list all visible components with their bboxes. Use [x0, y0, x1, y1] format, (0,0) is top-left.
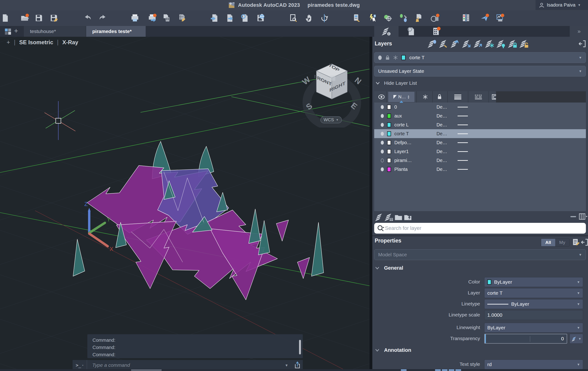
quick-select-icon[interactable] — [368, 14, 376, 22]
layer-on-icon[interactable] — [381, 158, 384, 163]
search-layer-input[interactable] — [385, 225, 583, 231]
customize-properties-icon[interactable] — [572, 238, 580, 247]
layer-row[interactable]: corte TDe… — [374, 129, 586, 138]
layer-unisolate-button[interactable] — [473, 39, 483, 49]
purge-icon[interactable] — [414, 14, 423, 22]
layer-on-icon[interactable] — [381, 167, 384, 171]
layer-row[interactable]: PlantaDe… — [374, 165, 586, 174]
plot-style-icon[interactable] — [178, 14, 186, 22]
model-viewport[interactable]: Z Y X + | SE Isometric | X-Ray W N S E T — [0, 37, 369, 371]
layers-icon[interactable]: i — [382, 27, 391, 36]
layer-isolate-button[interactable] — [462, 39, 471, 49]
document-tab[interactable]: piramedes teste* — [86, 26, 146, 37]
drawing-object[interactable] — [311, 222, 324, 276]
user-menu[interactable]: Isadora Paiva ▼ — [536, 0, 588, 10]
references-icon[interactable] — [407, 27, 416, 36]
palette-tab-references[interactable] — [399, 26, 423, 37]
etransmit-icon[interactable] — [256, 14, 265, 22]
property-input[interactable]: 1.0000 — [484, 310, 583, 320]
export-button[interactable] — [225, 14, 234, 22]
layer-freeze-icon[interactable] — [485, 39, 494, 49]
property-dropdown[interactable]: rd▼ — [484, 360, 583, 369]
filter-all-button[interactable]: All — [541, 239, 555, 246]
plot-style-button[interactable] — [178, 14, 186, 22]
visual-style-control[interactable]: X-Ray — [62, 39, 78, 46]
share-button[interactable] — [480, 14, 489, 22]
pan-button[interactable] — [304, 14, 313, 22]
sheet-sets-icon[interactable] — [431, 27, 441, 36]
page-setup-button[interactable] — [162, 14, 171, 22]
collapse-properties-icon[interactable] — [580, 238, 588, 247]
layer-unlock-icon[interactable] — [519, 39, 529, 49]
view-control[interactable]: SE Isometric — [19, 39, 53, 46]
pan-icon[interactable] — [304, 14, 313, 22]
layer-color-swatch[interactable] — [387, 105, 391, 110]
viewport-expand-control[interactable]: + — [7, 39, 10, 46]
filter-my-button[interactable]: My — [555, 239, 569, 246]
new-layer-frozen-button[interactable] — [385, 213, 394, 222]
new-layer-frozen-icon[interactable] — [385, 213, 393, 222]
new-property-group-icon[interactable] — [403, 213, 412, 222]
layer-on-icon[interactable] — [381, 123, 384, 127]
layer-color-swatch[interactable] — [387, 167, 391, 172]
layer-on-icon[interactable] — [381, 105, 384, 109]
orbit-button[interactable] — [320, 14, 329, 22]
tool-sets-icon[interactable] — [352, 14, 361, 22]
layer-unisolate-icon[interactable] — [473, 39, 483, 49]
layer-unlock-button[interactable] — [519, 39, 529, 49]
print-button[interactable] — [130, 14, 139, 22]
layer-on-icon[interactable] — [381, 150, 384, 154]
share-command-icon[interactable] — [292, 361, 303, 369]
import-button[interactable] — [210, 14, 219, 22]
save-button[interactable] — [34, 14, 43, 22]
color-dropdown[interactable]: ByLayer▼ — [484, 277, 583, 287]
palette-tab-layers[interactable]: i — [374, 26, 399, 37]
drawing-object[interactable] — [249, 209, 260, 243]
freeze-column-icon[interactable] — [422, 94, 428, 100]
layer-color-swatch[interactable] — [387, 113, 391, 118]
command-prompt[interactable]: >_ ▾ — [73, 360, 87, 370]
palette-tab-sheet-sets[interactable] — [424, 26, 448, 37]
layer-color-swatch[interactable] — [387, 123, 391, 127]
new-layer-button[interactable] — [375, 213, 385, 222]
units-icon[interactable] — [431, 14, 440, 22]
layer-on-icon[interactable] — [381, 132, 384, 136]
new-file-button[interactable] — [1, 14, 10, 22]
property-dropdown[interactable]: corte T▼ — [484, 288, 583, 298]
etransmit-button[interactable] — [256, 14, 265, 22]
units-button[interactable] — [431, 14, 440, 22]
quick-select-button[interactable] — [368, 14, 376, 22]
layer-off-icon[interactable] — [496, 39, 506, 49]
delete-layer-icon[interactable] — [570, 216, 576, 217]
attach-reference-button[interactable] — [241, 14, 249, 22]
page-setup-icon[interactable] — [162, 14, 171, 22]
layer-row[interactable]: corte LDe… — [374, 120, 586, 129]
layer-row[interactable]: auxDe… — [374, 111, 586, 120]
layer-row[interactable]: 0De… — [374, 103, 586, 111]
redo-button[interactable] — [98, 14, 107, 22]
linetype-column-icon[interactable] — [474, 94, 483, 100]
geolocation-button[interactable] — [383, 14, 392, 22]
layer-color-swatch[interactable] — [387, 149, 391, 154]
save-as-icon[interactable] — [49, 14, 58, 22]
zoom-window-button[interactable] — [289, 14, 298, 22]
layer-previous-icon[interactable] — [451, 39, 460, 49]
performance-monitor-icon[interactable] — [495, 14, 504, 22]
batch-plot-button[interactable] — [148, 14, 157, 22]
undo-icon[interactable] — [83, 14, 92, 22]
hide-layer-list-toggle[interactable]: Hide Layer List — [376, 80, 417, 86]
point-style-button[interactable] — [399, 14, 408, 22]
drawing-object[interactable] — [297, 258, 310, 278]
layer-current-icon[interactable] — [428, 39, 437, 49]
current-layer-dropdown[interactable]: corte T ▼ — [374, 52, 586, 63]
zoom-window-icon[interactable] — [289, 14, 298, 22]
undo-button[interactable] — [83, 14, 92, 22]
palette-overflow-button[interactable]: » — [570, 26, 588, 37]
document-tab[interactable]: testuhouse* — [24, 26, 86, 37]
selection-dropdown[interactable]: Model Space ▼ — [374, 249, 586, 260]
layer-current-button[interactable] — [428, 39, 437, 49]
export-icon[interactable] — [225, 14, 234, 22]
attach-reference-icon[interactable] — [241, 14, 249, 22]
section-header-annotation[interactable]: Annotation — [375, 347, 411, 353]
print-icon[interactable] — [130, 14, 139, 22]
